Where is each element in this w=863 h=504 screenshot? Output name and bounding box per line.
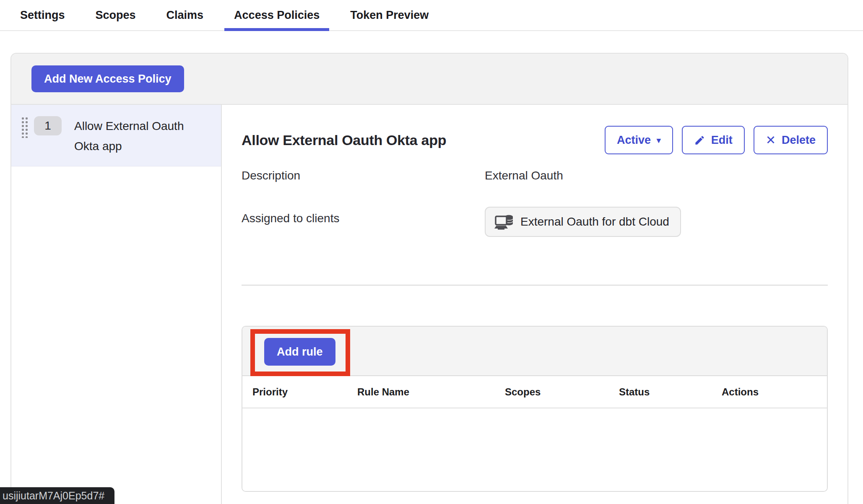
description-label: Description	[242, 169, 300, 182]
add-rule-button[interactable]: Add rule	[264, 338, 335, 366]
add-new-access-policy-button[interactable]: Add New Access Policy	[31, 65, 184, 92]
status-label: Active	[617, 134, 651, 147]
description-value: External Oauth	[485, 169, 563, 182]
assigned-client-chip[interactable]: External Oauth for dbt Cloud	[485, 207, 681, 237]
policy-list: 1 Allow External Oauth Okta app	[11, 105, 222, 504]
policy-title: Allow External Oauth Okta app	[242, 132, 446, 148]
drag-handle-icon[interactable]	[21, 117, 28, 138]
assigned-clients-label: Assigned to clients	[242, 212, 339, 225]
browser-status-bar: usijiutarM7Aj0Ep5d7#	[0, 487, 114, 504]
policy-name-label: Allow External Oauth Okta app	[74, 116, 192, 156]
tab-access-policies[interactable]: Access Policies	[224, 0, 329, 30]
rules-table-header: Priority Rule Name Scopes Status Actions	[242, 376, 827, 408]
column-header-priority: Priority	[252, 386, 357, 398]
rules-section: Add rule Priority Rule Name Scopes Statu…	[242, 326, 828, 492]
column-header-status: Status	[619, 386, 722, 398]
delete-button[interactable]: ✕ Delete	[754, 126, 828, 154]
policy-priority-badge: 1	[34, 116, 62, 135]
client-app-icon	[494, 213, 514, 231]
tab-token-preview[interactable]: Token Preview	[341, 0, 438, 30]
edit-label: Edit	[711, 134, 733, 147]
policy-list-item[interactable]: 1 Allow External Oauth Okta app	[11, 105, 221, 166]
column-header-scopes: Scopes	[505, 386, 619, 398]
rules-header: Add rule	[242, 327, 827, 376]
policy-actions: Active ▾ Edit ✕ Delete	[605, 126, 828, 154]
column-header-rule-name: Rule Name	[357, 386, 505, 398]
tab-bar: Settings Scopes Claims Access Policies T…	[0, 0, 863, 31]
delete-x-icon: ✕	[766, 134, 776, 146]
detail-header: Allow External Oauth Okta app Active ▾ E…	[242, 126, 828, 154]
rules-table-empty-body	[242, 408, 827, 491]
tab-scopes[interactable]: Scopes	[86, 0, 146, 30]
chevron-down-icon: ▾	[657, 136, 661, 144]
policy-detail-panel: Allow External Oauth Okta app Active ▾ E…	[222, 105, 847, 504]
card-header: Add New Access Policy	[11, 54, 847, 105]
section-divider	[242, 285, 828, 286]
access-policies-card: Add New Access Policy 1 Allow External O…	[10, 53, 848, 504]
assigned-client-label: External Oauth for dbt Cloud	[520, 215, 669, 229]
edit-pencil-icon	[694, 135, 705, 146]
column-header-actions: Actions	[722, 386, 817, 398]
card-body: 1 Allow External Oauth Okta app Allow Ex…	[11, 105, 847, 504]
tab-claims[interactable]: Claims	[157, 0, 213, 30]
delete-label: Delete	[782, 134, 816, 147]
status-dropdown-button[interactable]: Active ▾	[605, 126, 673, 154]
tab-settings[interactable]: Settings	[10, 0, 75, 30]
edit-button[interactable]: Edit	[682, 126, 745, 154]
